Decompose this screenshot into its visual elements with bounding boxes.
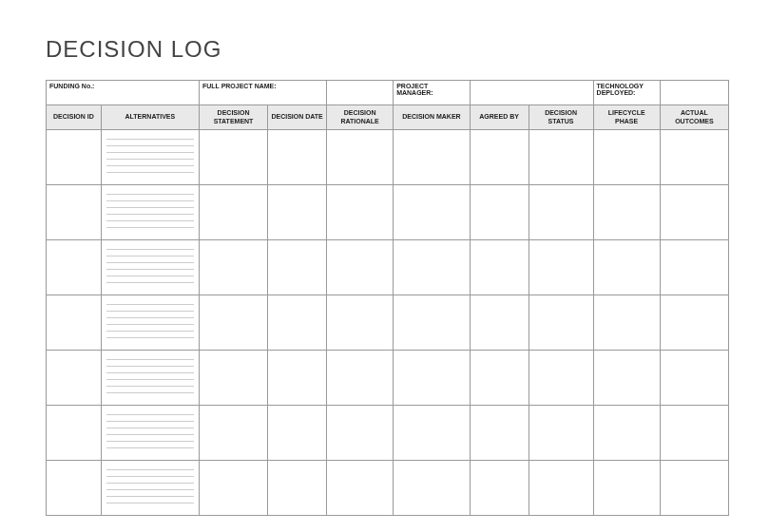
cell-agreed_by [470,295,529,351]
column-header-row: DECISION ID ALTERNATIVES DECISION STATEM… [47,105,729,130]
alternative-line [106,251,194,256]
alternative-line [106,498,194,504]
col-actual-outcomes: ACTUAL OUTCOMES [660,105,728,130]
cell-decision_rationale [327,130,394,185]
col-decision-rationale: DECISION RATIONALE [327,105,394,130]
cell-lifecycle_phase [593,406,660,461]
cell-alternatives [101,240,199,295]
cell-actual_outcomes [660,295,728,351]
alternative-line [106,147,194,153]
alternative-line [106,167,194,173]
cell-decision_id [47,130,102,185]
cell-agreed_by [470,130,529,185]
cell-decision_id [47,295,102,351]
cell-decision_status [529,185,593,240]
cell-alternatives [101,185,199,240]
alternative-line [106,319,194,325]
cell-alternatives [101,130,199,185]
col-decision-status: DECISION STATUS [529,105,593,130]
table-row [47,240,729,295]
cell-decision_date [268,406,327,461]
cell-lifecycle_phase [593,295,660,351]
cell-actual_outcomes [660,461,728,516]
cell-decision_rationale [327,406,394,461]
alternative-line [106,436,194,442]
cell-decision_statement [199,240,267,295]
col-decision-date: DECISION DATE [268,105,327,130]
cell-lifecycle_phase [593,351,660,406]
cell-alternatives [101,295,199,351]
cell-actual_outcomes [660,351,728,406]
cell-decision_date [268,240,327,295]
cell-decision_status [529,130,593,185]
col-agreed-by: AGREED BY [470,105,529,130]
alternative-line [106,429,194,435]
cell-decision_id [47,240,102,295]
alternative-line [106,388,194,393]
cell-decision_status [529,406,593,461]
cell-alternatives [101,351,199,406]
alternative-line [106,374,194,380]
full-project-name-label: FULL PROJECT NAME: [199,81,326,105]
table-row [47,130,729,185]
alternative-line [106,222,194,228]
cell-decision_id [47,185,102,240]
alternative-line [106,471,194,477]
table-row [47,406,729,461]
alternative-line [106,216,194,221]
page-title: DECISION LOG [46,36,729,63]
cell-decision_maker [394,240,470,295]
cell-decision_status [529,295,593,351]
alternative-line [106,326,194,332]
col-decision-statement: DECISION STATEMENT [199,105,267,130]
cell-decision_id [47,351,102,406]
cell-decision_statement [199,461,267,516]
alternative-line [106,354,194,360]
table-row [47,461,729,516]
alternative-line [106,332,194,338]
alternative-line [106,361,194,367]
funding-no-label: FUNDING No.: [47,81,200,105]
alternative-line [106,299,194,305]
alternative-line [106,465,194,470]
alternative-line [106,313,194,318]
col-decision-maker: DECISION MAKER [394,105,470,130]
cell-actual_outcomes [660,240,728,295]
decision-log-table: FUNDING No.: FULL PROJECT NAME: PROJECT … [46,80,729,516]
alternative-line [106,134,194,140]
cell-agreed_by [470,406,529,461]
cell-lifecycle_phase [593,130,660,185]
alternative-line [106,189,194,195]
alternative-line [106,154,194,160]
alternative-line [106,202,194,208]
cell-decision_rationale [327,295,394,351]
cell-agreed_by [470,185,529,240]
cell-decision_maker [394,351,470,406]
alternative-line [106,244,194,250]
project-manager-label: PROJECT MANAGER: [394,81,470,105]
cell-decision_rationale [327,351,394,406]
cell-agreed_by [470,240,529,295]
cell-actual_outcomes [660,130,728,185]
cell-decision_rationale [327,185,394,240]
table-row [47,351,729,406]
cell-decision_statement [199,406,267,461]
alternative-line [106,209,194,215]
alternative-line [106,368,194,373]
cell-decision_maker [394,295,470,351]
cell-decision_maker [394,461,470,516]
cell-decision_id [47,406,102,461]
cell-decision_date [268,185,327,240]
alternative-line [106,491,194,497]
cell-alternatives [101,461,199,516]
alternative-line [106,271,194,276]
cell-decision_status [529,240,593,295]
cell-decision_status [529,461,593,516]
col-alternatives: ALTERNATIVES [101,105,199,130]
cell-lifecycle_phase [593,185,660,240]
col-lifecycle-phase: LIFECYCLE PHASE [593,105,660,130]
alternative-line [106,416,194,422]
alternative-line [106,306,194,312]
project-manager-value [470,81,593,105]
decision-log-page: DECISION LOG FUNDING No.: FULL PROJECT N… [0,0,769,532]
